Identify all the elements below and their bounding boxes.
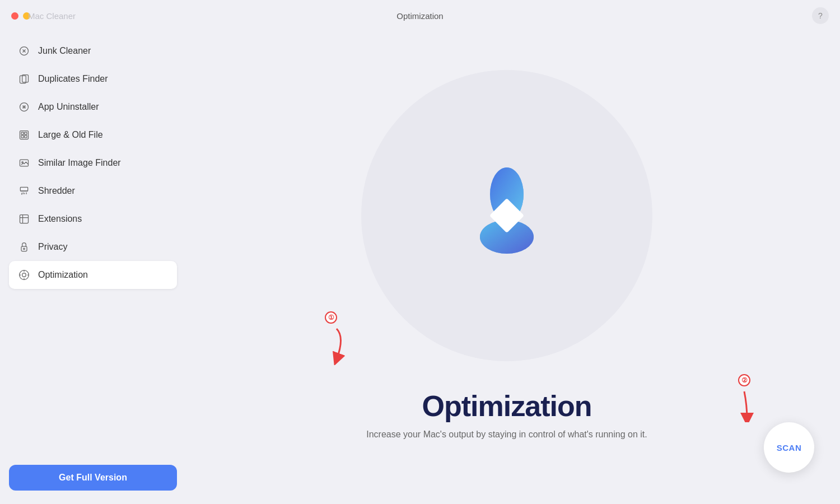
sidebar-item-label: App Uninstaller bbox=[38, 102, 99, 112]
titlebar-title: Optimization bbox=[396, 11, 443, 21]
optimization-icon bbox=[18, 269, 30, 281]
sidebar-item-app-uninstaller[interactable]: App Uninstaller bbox=[9, 93, 177, 121]
duplicates-finder-icon bbox=[18, 73, 30, 85]
content-title: Optimization bbox=[366, 389, 647, 423]
scan-button[interactable]: SCAN bbox=[764, 422, 814, 473]
sidebar-item-label: Privacy bbox=[38, 242, 67, 252]
hero-circle bbox=[361, 70, 652, 361]
svg-point-13 bbox=[24, 248, 25, 250]
sidebar-item-label: Extensions bbox=[38, 214, 82, 224]
svg-rect-11 bbox=[20, 187, 27, 191]
annotation-1: ① bbox=[314, 311, 348, 365]
sidebar-item-shredder[interactable]: Shredder bbox=[9, 177, 177, 205]
sidebar-item-label: Shredder bbox=[38, 186, 75, 196]
main-layout: Junk Cleaner Duplicates Finder App Un bbox=[0, 31, 840, 504]
sidebar-item-junk-cleaner[interactable]: Junk Cleaner bbox=[9, 37, 177, 65]
svg-rect-12 bbox=[21, 246, 27, 251]
junk-cleaner-icon bbox=[18, 45, 30, 57]
sidebar-item-extensions[interactable]: Extensions bbox=[9, 205, 177, 233]
large-old-file-icon bbox=[18, 129, 30, 141]
sidebar-item-label: Duplicates Finder bbox=[38, 74, 108, 84]
sidebar-item-label: Similar Image Finder bbox=[38, 158, 121, 168]
sidebar-item-label: Junk Cleaner bbox=[38, 46, 91, 56]
annotation-2: ② bbox=[730, 374, 758, 422]
app-name: Mac Cleaner bbox=[28, 11, 76, 21]
help-button[interactable]: ? bbox=[812, 7, 829, 24]
extensions-icon bbox=[18, 213, 30, 225]
sidebar-item-large-old-file[interactable]: Large & Old File bbox=[9, 121, 177, 149]
close-button[interactable] bbox=[11, 12, 18, 20]
shredder-icon bbox=[18, 185, 30, 197]
annotation-circle-1: ① bbox=[325, 311, 337, 324]
svg-rect-5 bbox=[21, 132, 24, 134]
sidebar-item-label: Large & Old File bbox=[38, 130, 103, 140]
svg-rect-6 bbox=[25, 132, 27, 134]
get-full-version-button[interactable]: Get Full Version bbox=[9, 465, 177, 491]
app-uninstaller-icon bbox=[18, 101, 30, 113]
annotation-circle-2: ② bbox=[738, 374, 750, 386]
sidebar-item-label: Optimization bbox=[38, 270, 88, 280]
privacy-icon bbox=[18, 241, 30, 253]
sidebar-item-optimization[interactable]: Optimization bbox=[9, 261, 177, 289]
similar-image-finder-icon bbox=[18, 157, 30, 169]
sidebar-item-privacy[interactable]: Privacy bbox=[9, 233, 177, 261]
sidebar: Junk Cleaner Duplicates Finder App Un bbox=[9, 37, 183, 495]
app-logo bbox=[451, 160, 563, 272]
sidebar-item-duplicates-finder[interactable]: Duplicates Finder bbox=[9, 65, 177, 93]
content-subtitle: Increase your Mac's output by staying in… bbox=[366, 430, 647, 440]
traffic-lights bbox=[11, 12, 30, 20]
titlebar: Mac Cleaner Optimization ? bbox=[0, 0, 840, 31]
svg-rect-7 bbox=[21, 136, 24, 138]
content-area: Optimization Increase your Mac's output … bbox=[183, 37, 831, 495]
sidebar-item-similar-image-finder[interactable]: Similar Image Finder bbox=[9, 149, 177, 177]
content-text-block: Optimization Increase your Mac's output … bbox=[366, 389, 647, 440]
svg-rect-8 bbox=[25, 136, 27, 138]
